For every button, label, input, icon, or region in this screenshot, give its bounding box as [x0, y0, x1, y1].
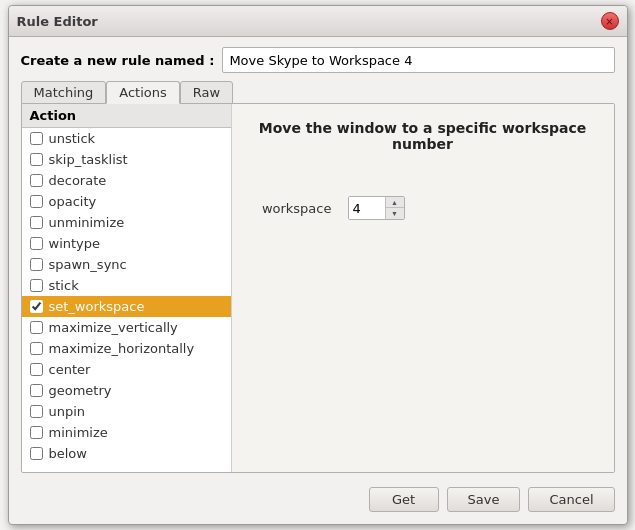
action-item[interactable]: decorate [22, 170, 231, 191]
action-label: minimize [49, 425, 108, 440]
action-item[interactable]: wintype [22, 233, 231, 254]
action-item[interactable]: maximize_horizontally [22, 338, 231, 359]
spinbox-arrows: ▲ ▼ [385, 197, 404, 219]
action-item[interactable]: spawn_sync [22, 254, 231, 275]
rule-name-label: Create a new rule named : [21, 53, 215, 68]
action-label: below [49, 446, 87, 461]
action-label: stick [49, 278, 79, 293]
action-checkbox[interactable] [30, 405, 43, 418]
footer: Get Save Cancel [21, 483, 615, 512]
action-label: maximize_horizontally [49, 341, 195, 356]
action-item[interactable]: stick [22, 275, 231, 296]
action-label: unpin [49, 404, 86, 419]
action-checkbox[interactable] [30, 195, 43, 208]
action-checkbox[interactable] [30, 216, 43, 229]
workspace-label: workspace [252, 201, 332, 216]
action-item[interactable]: set_workspace [22, 296, 231, 317]
main-panel: Action unstickskip_tasklistdecorateopaci… [21, 103, 615, 473]
workspace-spinbox: ▲ ▼ [348, 196, 405, 220]
workspace-input[interactable] [349, 197, 385, 219]
action-label: spawn_sync [49, 257, 127, 272]
action-list-panel: Action unstickskip_tasklistdecorateopaci… [22, 104, 232, 472]
action-label: skip_tasklist [49, 152, 128, 167]
action-list-header: Action [22, 104, 231, 128]
titlebar: Rule Editor × [9, 6, 627, 37]
action-item[interactable]: unstick [22, 128, 231, 149]
detail-panel: Move the window to a specific workspace … [232, 104, 614, 472]
action-item[interactable]: opacity [22, 191, 231, 212]
action-item[interactable]: geometry [22, 380, 231, 401]
get-button[interactable]: Get [369, 487, 439, 512]
tab-raw[interactable]: Raw [180, 81, 233, 104]
save-button[interactable]: Save [447, 487, 521, 512]
action-label: decorate [49, 173, 107, 188]
window-title: Rule Editor [17, 14, 98, 29]
spinbox-up-button[interactable]: ▲ [386, 197, 404, 208]
action-checkbox[interactable] [30, 153, 43, 166]
action-list-body: unstickskip_tasklistdecorateopacityunmin… [22, 128, 231, 472]
spinbox-down-button[interactable]: ▼ [386, 208, 404, 219]
action-checkbox[interactable] [30, 300, 43, 313]
detail-title: Move the window to a specific workspace … [252, 120, 594, 152]
action-checkbox[interactable] [30, 447, 43, 460]
window-content: Create a new rule named : Matching Actio… [9, 37, 627, 524]
action-checkbox[interactable] [30, 132, 43, 145]
action-label: center [49, 362, 91, 377]
action-item[interactable]: unminimize [22, 212, 231, 233]
tabs-row: Matching Actions Raw [21, 81, 615, 104]
action-item[interactable]: minimize [22, 422, 231, 443]
rule-editor-window: Rule Editor × Create a new rule named : … [8, 5, 628, 525]
action-checkbox[interactable] [30, 279, 43, 292]
action-label: wintype [49, 236, 101, 251]
action-checkbox[interactable] [30, 258, 43, 271]
cancel-button[interactable]: Cancel [528, 487, 614, 512]
rule-name-input[interactable] [222, 47, 614, 73]
tab-matching[interactable]: Matching [21, 81, 107, 104]
action-item[interactable]: maximize_vertically [22, 317, 231, 338]
action-label: maximize_vertically [49, 320, 178, 335]
rule-name-row: Create a new rule named : [21, 47, 615, 73]
action-checkbox[interactable] [30, 237, 43, 250]
action-label: geometry [49, 383, 112, 398]
action-label: opacity [49, 194, 97, 209]
action-label: set_workspace [49, 299, 145, 314]
action-item[interactable]: center [22, 359, 231, 380]
action-item[interactable]: below [22, 443, 231, 464]
action-item[interactable]: skip_tasklist [22, 149, 231, 170]
action-label: unstick [49, 131, 96, 146]
tab-actions[interactable]: Actions [106, 81, 180, 104]
action-checkbox[interactable] [30, 363, 43, 376]
action-checkbox[interactable] [30, 174, 43, 187]
action-checkbox[interactable] [30, 342, 43, 355]
action-item[interactable]: unpin [22, 401, 231, 422]
action-checkbox[interactable] [30, 384, 43, 397]
action-checkbox[interactable] [30, 426, 43, 439]
close-button[interactable]: × [601, 12, 619, 30]
action-checkbox[interactable] [30, 321, 43, 334]
detail-field-row: workspace ▲ ▼ [252, 196, 594, 220]
action-label: unminimize [49, 215, 125, 230]
